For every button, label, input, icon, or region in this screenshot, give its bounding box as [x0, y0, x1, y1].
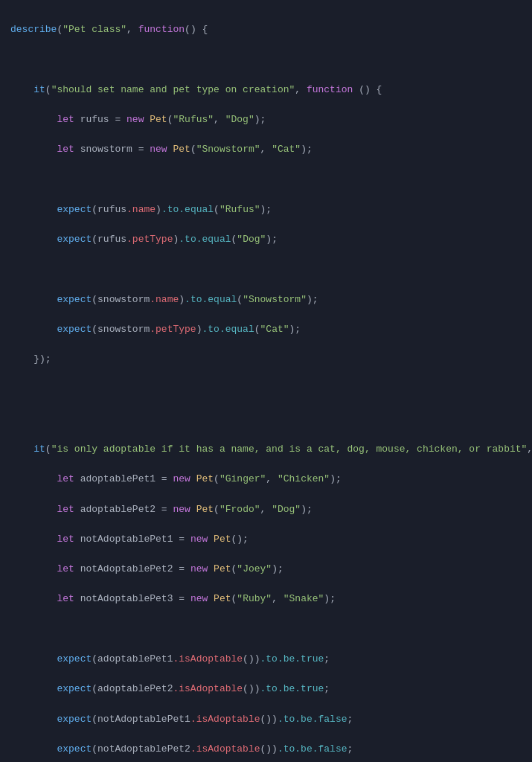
- code-editor: describe("Pet class", function() { it("s…: [10, 7, 522, 762]
- code-content: describe("Pet class", function() { it("s…: [10, 7, 522, 762]
